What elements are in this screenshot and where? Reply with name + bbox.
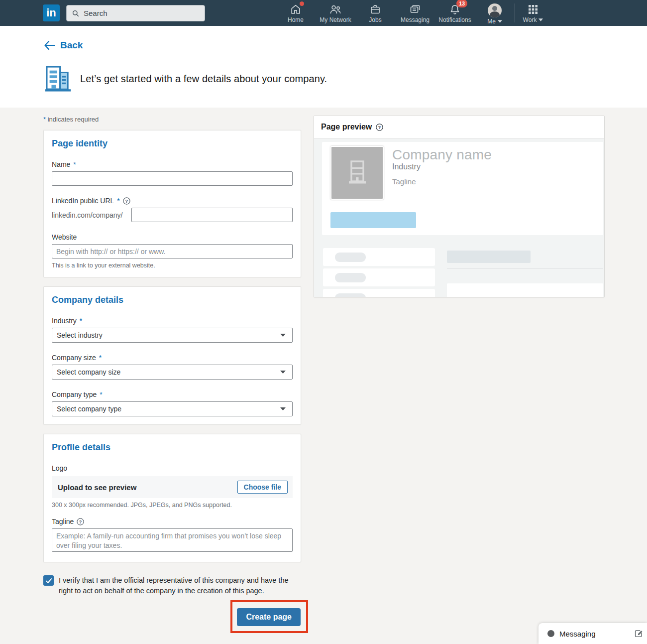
company-type-select[interactable]: Select company type [52,401,293,416]
profile-details-card: Profile details Logo Upload to see previ… [43,434,301,562]
question-icon: ? [376,124,383,131]
nav-item-me[interactable]: Me [475,0,515,26]
verify-text: I verify that I am the official represen… [59,575,299,596]
back-link[interactable]: Back [44,40,83,51]
company-size-select[interactable]: Select company size [52,365,293,380]
nav-item-notifications[interactable]: 13 Notifications [435,0,475,26]
upload-preview-text: Upload to see preview [58,483,136,492]
chevron-down-icon [539,18,543,21]
checkmark-icon [45,578,52,584]
back-label: Back [60,40,83,51]
preview-heading: Page preview [321,123,372,131]
work-grid-icon [528,4,539,15]
skeleton-pill [335,293,366,297]
compose-icon[interactable] [634,629,644,639]
annotation-highlight-box: Create page [230,600,308,633]
public-url-input[interactable] [131,208,293,222]
page-header: Back Let’s get started with a few detail… [0,26,647,108]
me-avatar [488,3,502,17]
preview-logo-placeholder [330,146,384,200]
company-type-label: Company type* [52,390,293,398]
required-note: * indicates required [43,116,301,123]
chevron-down-icon [498,20,502,23]
caret-down-icon [280,333,286,337]
page-preview-panel: Page preview ? Company name Industry [314,116,605,297]
create-page-button[interactable]: Create page [237,608,301,626]
search-input[interactable] [84,9,193,17]
messaging-dock[interactable]: Messaging [539,623,647,644]
form-column: * indicates required Page identity Name*… [43,116,301,633]
notifications-count-badge: 13 [456,0,467,7]
preview-button-placeholder [330,212,416,228]
search-box[interactable] [66,5,205,21]
company-building-icon [44,64,71,94]
preview-company-name: Company name [392,147,492,163]
url-label: LinkedIn public URL* ? [52,197,293,205]
preview-industry: Industry [392,162,421,171]
caret-down-icon [280,407,286,411]
svg-text:?: ? [378,125,381,130]
skeleton-row [323,248,435,266]
page-title: Let’s get started with a few details abo… [80,73,327,85]
logo-upload-row: Upload to see preview Choose file [52,476,293,498]
nav-label-jobs: Jobs [369,16,381,23]
nav-item-work[interactable]: Work [515,0,551,26]
messaging-icon [409,3,421,15]
company-size-label: Company size* [52,354,293,362]
page-identity-card: Page identity Name* LinkedIn public URL*… [43,130,301,277]
presence-indicator [547,630,554,637]
messaging-label: Messaging [559,630,596,638]
nav-item-my-network[interactable]: My Network [316,0,355,26]
question-icon: ? [77,518,84,525]
website-help-text: This is a link to your external website. [52,262,293,269]
industry-label: Industry* [52,317,293,325]
tagline-input[interactable] [52,528,293,552]
jobs-icon [369,3,381,15]
verify-row: I verify that I am the official represen… [43,575,301,596]
nav-item-home[interactable]: Home [276,0,316,26]
nav-label-my-network: My Network [320,16,351,23]
company-details-card: Company details Industry* Select industr… [43,286,301,425]
name-label: Name* [52,160,293,168]
top-nav: in Home [0,0,647,26]
industry-select[interactable]: Select industry [52,328,293,343]
skeleton-row [323,289,435,297]
caret-down-icon [280,370,286,374]
building-placeholder-icon [346,160,369,186]
tagline-label: Tagline ? [52,517,293,525]
verify-checkbox[interactable] [43,575,54,586]
main-content: * indicates required Page identity Name*… [0,108,647,644]
svg-text:?: ? [79,519,82,524]
back-arrow-icon [44,41,55,50]
choose-file-button[interactable]: Choose file [237,481,288,494]
nav-label-work: Work [523,16,537,23]
nav-label-messaging: Messaging [401,16,430,23]
preview-body: Company name Industry Tagline [314,138,604,297]
skeleton-divider [447,268,603,268]
skeleton-pill [335,273,366,282]
preview-header: Page preview ? [314,116,604,138]
my-network-icon [329,3,342,15]
skeleton-row [323,268,435,286]
skeleton-bar [447,251,531,263]
svg-text:?: ? [125,198,128,204]
skeleton-box [447,283,603,297]
nav-label-home: Home [288,16,304,23]
nav-item-messaging[interactable]: Messaging [395,0,435,26]
preview-company-card: Company name Industry Tagline [322,142,603,235]
logo-help-text: 300 x 300px recommended. JPGs, JPEGs, an… [52,502,293,509]
page-identity-heading: Page identity [52,138,293,149]
nav-label-notifications: Notifications [438,16,471,23]
nav-items: Home My Network Jobs [276,0,551,26]
linkedin-logo[interactable]: in [43,4,60,21]
company-details-heading: Company details [52,295,293,305]
nav-item-jobs[interactable]: Jobs [355,0,395,26]
url-prefix: linkedin.com/company/ [52,211,131,219]
name-input[interactable] [52,171,293,186]
website-input[interactable] [52,244,293,258]
website-label: Website [52,233,293,241]
question-icon: ? [123,197,130,205]
linkedin-logo-text: in [46,6,56,19]
skeleton-pill [335,253,366,262]
logo-label: Logo [52,464,293,472]
